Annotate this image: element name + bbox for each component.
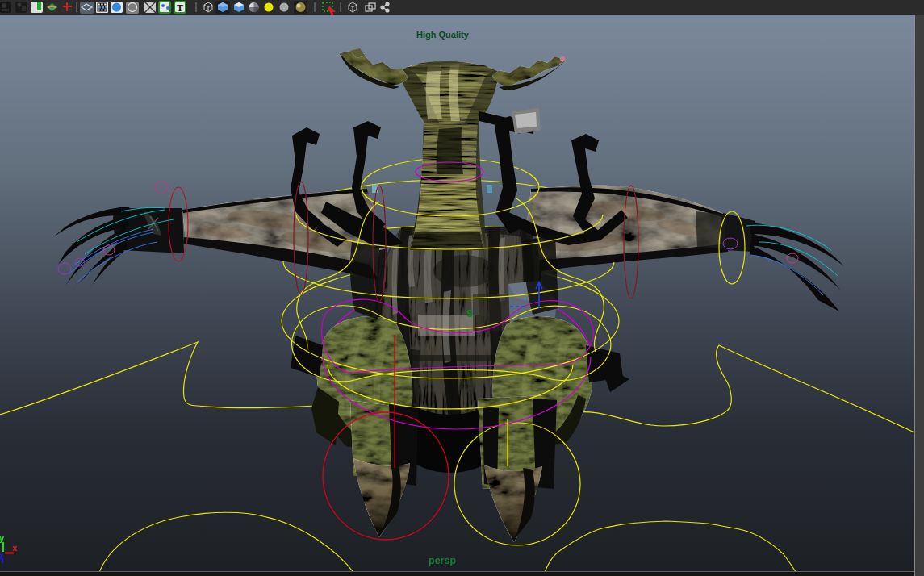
svg-text:x: x: [12, 543, 18, 553]
svg-text:High Quality: High Quality: [416, 30, 470, 40]
svg-text:T: T: [177, 2, 183, 14]
svg-text:persp: persp: [429, 555, 456, 566]
svg-text:S: S: [466, 308, 473, 319]
svg-text:y: y: [0, 533, 5, 543]
